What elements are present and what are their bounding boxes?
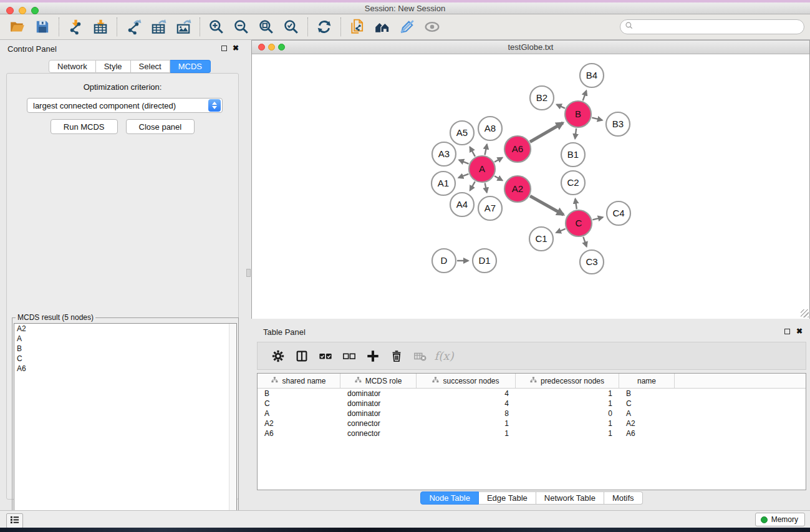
mcds-result-item[interactable]: B xyxy=(14,344,236,354)
tab-mcds[interactable]: MCDS xyxy=(170,60,211,73)
deselect-all-icon[interactable] xyxy=(337,346,361,366)
edge-A-A6[interactable] xyxy=(494,158,503,162)
settings-gear-icon[interactable] xyxy=(266,346,290,366)
search-box[interactable] xyxy=(620,19,804,34)
column-header-predecessor-nodes[interactable]: predecessor nodes xyxy=(516,374,619,388)
edge-C-C2[interactable] xyxy=(576,199,577,209)
export-image-icon[interactable] xyxy=(171,16,196,37)
clone-network-icon[interactable] xyxy=(345,16,370,37)
node-A6[interactable]: A6 xyxy=(504,136,531,162)
float-table-panel-icon[interactable] xyxy=(784,329,790,334)
mcds-result-list[interactable]: A2ABCA6 xyxy=(14,323,237,526)
edge-A-A8[interactable] xyxy=(485,144,487,155)
save-session-icon[interactable] xyxy=(30,16,55,37)
column-header-MCDS-role[interactable]: MCDS role xyxy=(340,374,417,388)
show-details-icon[interactable] xyxy=(420,16,445,37)
node-C3[interactable]: C3 xyxy=(580,250,604,274)
tab-select[interactable]: Select xyxy=(131,60,170,73)
node-B4[interactable]: B4 xyxy=(580,64,604,87)
criterion-dropdown[interactable]: largest connected component (directed) xyxy=(27,98,223,113)
node-A4[interactable]: A4 xyxy=(450,193,474,216)
table-row[interactable]: Bdominator41B xyxy=(258,389,806,399)
edge-A6-B[interactable] xyxy=(530,123,563,142)
tab-motifs[interactable]: Motifs xyxy=(604,491,643,505)
home-icon[interactable] xyxy=(370,16,395,37)
select-all-icon[interactable] xyxy=(314,346,337,366)
window-resize-grip[interactable] xyxy=(801,309,809,317)
edge-A-A5[interactable] xyxy=(470,147,475,157)
node-B[interactable]: B xyxy=(565,101,591,127)
import-network-icon[interactable] xyxy=(63,16,88,37)
mcds-result-item[interactable]: C xyxy=(14,354,236,364)
zoom-fit-icon[interactable] xyxy=(254,16,279,37)
node-A8[interactable]: A8 xyxy=(478,117,502,140)
edge-C-C1[interactable] xyxy=(556,229,566,233)
export-network-icon[interactable] xyxy=(121,16,146,37)
node-D1[interactable]: D1 xyxy=(473,249,496,273)
vertical-splitter-handle[interactable] xyxy=(246,269,251,277)
mcds-result-item[interactable]: A xyxy=(14,334,236,344)
edge-B-B4[interactable] xyxy=(583,91,587,101)
tab-node-table[interactable]: Node Table xyxy=(420,491,479,505)
tab-edge-table[interactable]: Edge Table xyxy=(479,491,536,505)
tab-network-table[interactable]: Network Table xyxy=(536,491,604,505)
search-input[interactable] xyxy=(636,22,804,32)
edge-A-A2[interactable] xyxy=(494,176,503,180)
node-B2[interactable]: B2 xyxy=(530,86,554,110)
network-canvas[interactable]: AA6A2BCA5A8A3A1A4A7B2B4B3B1C2C4C1C3DD1 xyxy=(252,54,809,319)
run-mcds-button[interactable]: Run MCDS xyxy=(51,119,118,134)
node-B1[interactable]: B1 xyxy=(561,143,585,167)
export-table-icon[interactable] xyxy=(146,16,171,37)
task-history-button[interactable] xyxy=(6,513,23,528)
node-A2[interactable]: A2 xyxy=(504,176,531,202)
network-window-titlebar[interactable]: testGlobe.txt xyxy=(252,41,809,54)
close-panel-icon[interactable]: ✖ xyxy=(233,45,239,51)
zoom-selected-icon[interactable] xyxy=(279,16,304,37)
open-file-icon[interactable] xyxy=(5,16,30,37)
node-D[interactable]: D xyxy=(432,249,456,273)
zoom-in-icon[interactable] xyxy=(204,16,229,37)
node-A7[interactable]: A7 xyxy=(478,196,502,220)
memory-button[interactable]: Memory xyxy=(755,513,805,526)
node-C2[interactable]: C2 xyxy=(561,171,585,195)
node-C4[interactable]: C4 xyxy=(607,201,630,225)
edge-C-C3[interactable] xyxy=(583,237,586,247)
column-header-name[interactable]: name xyxy=(619,374,675,388)
split-columns-icon[interactable] xyxy=(290,346,314,366)
close-panel-button[interactable]: Close panel xyxy=(126,119,195,134)
close-table-panel-icon[interactable]: ✖ xyxy=(796,328,803,334)
table-row[interactable]: Adominator80A xyxy=(258,409,806,418)
node-C[interactable]: C xyxy=(566,210,592,236)
tab-style[interactable]: Style xyxy=(96,60,131,73)
edge-A-A1[interactable] xyxy=(458,174,468,178)
result-list-scrollbar[interactable] xyxy=(229,324,236,526)
node-C1[interactable]: C1 xyxy=(529,227,553,251)
mcds-result-item[interactable]: A2 xyxy=(14,324,236,334)
edge-A-A3[interactable] xyxy=(459,160,468,164)
tab-network[interactable]: Network xyxy=(49,60,96,73)
mcds-result-item[interactable]: A6 xyxy=(14,364,236,374)
table-row[interactable]: A2connector11A2 xyxy=(258,418,806,428)
edge-B-B2[interactable] xyxy=(557,105,565,109)
column-header-successor-nodes[interactable]: successor nodes xyxy=(417,374,516,388)
add-column-icon[interactable] xyxy=(361,346,385,366)
import-table-icon[interactable] xyxy=(88,16,113,37)
edge-A-A7[interactable] xyxy=(485,183,487,193)
node-B3[interactable]: B3 xyxy=(606,112,630,136)
zoom-out-icon[interactable] xyxy=(229,16,254,37)
table-row[interactable]: A6connector11A6 xyxy=(258,428,806,438)
edge-A2-C[interactable] xyxy=(530,196,564,215)
edge-C-C4[interactable] xyxy=(592,217,602,220)
refresh-icon[interactable] xyxy=(312,16,337,37)
node-A[interactable]: A xyxy=(469,156,495,182)
node-A5[interactable]: A5 xyxy=(450,121,474,145)
float-panel-icon[interactable] xyxy=(221,46,227,51)
delete-column-icon[interactable] xyxy=(385,346,408,366)
node-A3[interactable]: A3 xyxy=(432,142,456,166)
edge-B-B1[interactable] xyxy=(575,128,576,138)
edge-B-B3[interactable] xyxy=(592,118,602,120)
edge-A-A4[interactable] xyxy=(470,181,475,190)
table-row[interactable]: Cdominator41C xyxy=(258,399,806,409)
hide-annotations-icon[interactable] xyxy=(395,16,420,37)
column-header-shared-name[interactable]: shared name xyxy=(258,374,340,388)
